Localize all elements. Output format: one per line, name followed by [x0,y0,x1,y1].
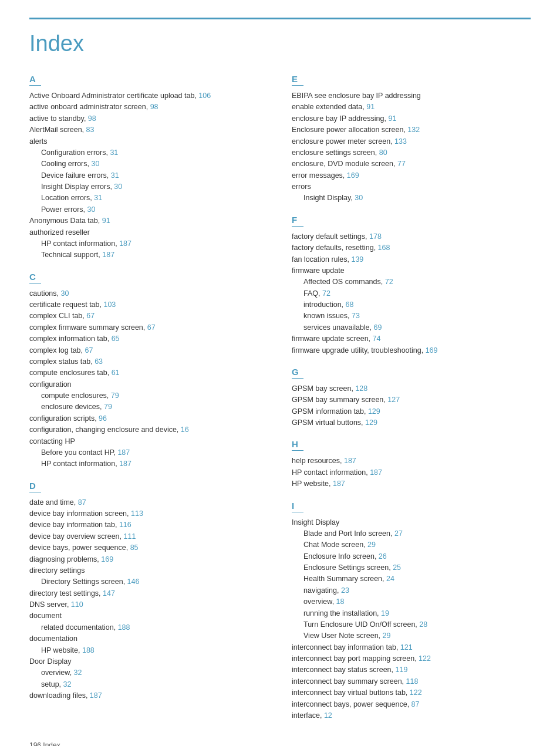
index-entry: Insight Display errors, 30 [41,181,268,193]
entry-page-num: 91 [102,217,110,225]
entry-page-num: 98 [150,103,158,111]
index-entry: AlertMail screen, 83 [29,124,268,136]
index-entry: Technical support, 187 [41,249,268,261]
index-entry: factory default settings, 178 [292,231,531,242]
entry-page-num: 87 [78,498,86,507]
entry-page-num: 27 [394,529,403,538]
index-section-c: Ccautions, 30certificate request tab, 10… [29,272,268,470]
entry-text: device bay information tab, [29,521,119,529]
index-entry: Configuration errors, 31 [41,147,268,158]
entry-page-num: 29 [383,632,391,640]
entry-text: error messages, [292,171,347,180]
entry-page-num: 23 [341,586,349,595]
entry-text: GPSM information tab, [292,407,368,416]
index-entry: Turn Enclosure UID On/Off screen, 28 [303,619,531,630]
entry-page-num: 77 [397,160,406,168]
entry-text: interconnect bay summary screen, [292,677,406,686]
index-entry: directory test settings, 147 [29,588,268,599]
entry-page-num: 116 [119,521,131,529]
entry-text: GPSM bay summary screen, [292,396,387,404]
entry-text: HP contact information, [292,468,370,477]
entry-page-num: 63 [95,357,103,366]
section-letter: D [29,481,41,492]
entry-page-num: 178 [369,232,382,241]
index-entry: interconnect bay port mapping screen, 12… [292,653,531,664]
entry-text: Health Summary screen, [303,575,386,583]
index-entry: Blade and Port Info screen, 27 [303,528,531,539]
entry-page-num: 19 [381,609,389,617]
index-entry: compute enclosures, 79 [41,390,268,401]
index-entry: complex status tab, 63 [29,356,268,367]
entry-page-num: 31 [110,148,118,157]
entry-text: Technical support, [41,251,102,259]
entry-text: configuration, changing enclosure and de… [29,426,181,434]
index-entry: overview, 18 [303,596,531,607]
entry-text: configuration scripts, [29,414,99,423]
entry-text: directory settings [29,566,85,575]
index-entry: enable extended data, 91 [292,102,531,113]
index-entry: HP contact information, 187 [41,458,268,470]
section-letter: C [29,272,41,283]
entry-text: DNS server, [29,600,71,609]
entry-text: diagnosing problems, [29,555,101,563]
page-container: Index AActive Onboard Administrator cert… [0,0,560,746]
index-entry: HP website, 188 [41,645,268,656]
entry-text: Active Onboard Administrator certificate… [29,92,198,100]
entry-page-num: 118 [406,677,419,686]
entry-text: GPSM bay screen, [292,384,355,393]
entry-text: Blade and Port Info screen, [303,529,394,538]
index-section-a: AActive Onboard Administrator certificat… [29,74,268,261]
index-entry: directory settings [29,565,268,576]
index-entry: authorized reseller [29,227,268,238]
entry-page-num: 103 [103,301,116,309]
index-entry: configuration scripts, 96 [29,413,268,424]
entry-text: interconnect bay information tab, [292,643,400,652]
entry-page-num: 28 [419,620,427,629]
entry-text: Insight Display, [303,194,355,202]
entry-page-num: 122 [419,654,431,663]
index-entry: Power errors, 30 [41,204,268,215]
entry-page-num: 16 [181,426,189,434]
index-entry: active onboard administrator screen, 98 [29,102,268,113]
section-letter: G [292,367,303,379]
entry-text: HP contact information, [41,239,119,248]
entry-page-num: 30 [114,183,122,191]
entry-text: contacting HP [29,437,75,445]
index-entry: Before you contact HP, 187 [41,447,268,458]
entry-text: Affected OS commands, [303,278,385,286]
index-entry: GPSM information tab, 129 [292,406,531,417]
entry-text: complex CLI tab, [29,312,86,320]
entry-text: complex firmware summary screen, [29,323,147,332]
entry-page-num: 187 [119,460,131,468]
index-entry: error messages, 169 [292,170,531,181]
entry-text: enclosure devices, [41,403,104,411]
entry-page-num: 72 [322,289,330,298]
index-entry: interface, 12 [292,710,531,721]
entry-text: date and time, [29,498,78,507]
entry-text: Enclosure Info screen, [303,552,379,561]
section-letter: A [29,74,41,86]
entry-page-num: 96 [99,414,107,423]
index-entry: GPSM bay screen, 128 [292,383,531,394]
entry-page-num: 79 [104,403,112,411]
entry-page-num: 187 [344,457,356,465]
entry-page-num: 69 [374,323,382,332]
index-entry: HP contact information, 187 [292,467,531,478]
index-entry: interconnect bay summary screen, 118 [292,676,531,687]
index-entry: enclosure power meter screen, 133 [292,136,531,147]
entry-text: enclosure power meter screen, [292,137,394,146]
entry-page-num: 129 [365,418,377,427]
entry-text: active to standby, [29,114,88,123]
entry-text: fan location rules, [292,255,351,264]
entry-text: configuration [29,380,72,389]
entry-page-num: 80 [379,148,387,157]
entry-page-num: 187 [117,448,130,457]
entry-page-num: 113 [131,509,143,518]
top-border [29,18,531,19]
index-entry: errors [292,181,531,193]
entry-page-num: 67 [147,323,156,332]
entry-text: Configuration errors, [41,148,110,157]
entry-text: Turn Enclosure UID On/Off screen, [303,620,419,629]
entry-text: complex status tab, [29,357,95,366]
entry-page-num: 79 [111,391,119,400]
